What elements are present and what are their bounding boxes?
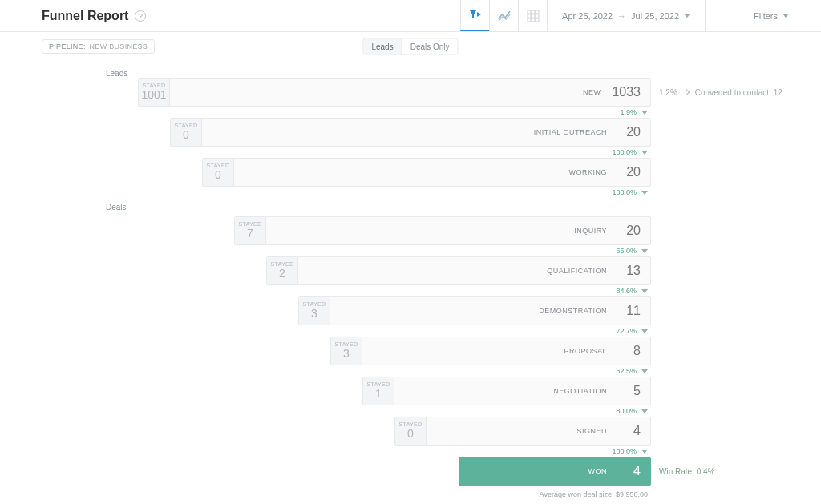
stayed-value: 3 [343, 347, 350, 361]
funnel-stage[interactable]: STAYED1NEGOTIATION5 [42, 377, 779, 405]
stage-name: SIGNED [576, 427, 607, 435]
stayed-box: STAYED1001 [138, 78, 170, 107]
stayed-label: STAYED [207, 163, 230, 168]
funnel-stage[interactable]: STAYED2QUALIFICATION13 [42, 256, 779, 285]
chevron-down-icon [641, 151, 648, 155]
conversion-rate[interactable]: 100.0% [42, 147, 651, 158]
stage-name: INQUIRY [574, 227, 607, 235]
conversion-value: 84.6% [616, 287, 637, 295]
stage-bar[interactable]: DEMONSTRATION11 [330, 296, 651, 325]
conversion-rate[interactable]: 100.0% [42, 446, 651, 457]
stage-count: 13 [618, 264, 641, 278]
stayed-label: STAYED [367, 381, 390, 387]
conversion-rate[interactable]: 80.0% [42, 405, 651, 417]
stage-name: WON [588, 467, 608, 475]
funnel-stage[interactable]: STAYED0SIGNED4 [42, 417, 779, 446]
converted-note[interactable]: 1.2%Converted to contact: 12 [651, 88, 783, 97]
svg-rect-6 [528, 18, 531, 22]
stage-bar[interactable]: WORKING20 [234, 158, 651, 187]
chevron-right-icon [683, 89, 690, 95]
svg-rect-4 [532, 14, 535, 18]
stage-bar[interactable]: NEW1033 [170, 78, 651, 107]
chevron-down-icon [641, 111, 648, 115]
stayed-value: 3 [311, 307, 317, 321]
svg-rect-0 [528, 10, 531, 14]
stage-name: DEMONSTRATION [539, 307, 607, 315]
stage-name: PROPOSAL [564, 347, 607, 355]
funnel-stage[interactable]: STAYED3DEMONSTRATION11 [42, 296, 779, 325]
stayed-value: 1001 [141, 88, 166, 102]
funnel-icon [469, 9, 482, 22]
stage-name: WORKING [569, 168, 608, 176]
funnel-stage[interactable]: STAYED3PROPOSAL8 [42, 337, 779, 365]
stayed-value: 2 [279, 267, 285, 280]
stage-count: 8 [618, 344, 641, 358]
toggle-leads[interactable]: Leads [363, 39, 401, 54]
svg-rect-3 [528, 14, 531, 18]
pipeline-chip-value: NEW BUSINESS [90, 42, 148, 50]
stage-count: 4 [618, 424, 641, 438]
section-label-deals: Deals [106, 203, 779, 212]
win-rate-note: Win Rate: 0.4% [651, 467, 714, 476]
avg-won-deal-size: Average won deal size: $9,950.00 [42, 490, 651, 498]
stayed-box: STAYED3 [298, 296, 330, 325]
svg-rect-8 [536, 18, 539, 22]
date-to: Jul 25, 2022 [631, 11, 679, 21]
toggle-deals-only[interactable]: Deals Only [402, 39, 458, 54]
conversion-rate[interactable]: 84.6% [42, 285, 651, 296]
svg-rect-5 [536, 14, 539, 18]
stage-bar[interactable]: INITIAL OUTREACH20 [202, 118, 651, 147]
stage-name: NEW [583, 88, 601, 96]
stayed-label: STAYED [399, 421, 423, 427]
chevron-down-icon [641, 249, 648, 253]
view-line-button[interactable] [489, 0, 518, 31]
conversion-rate[interactable]: 62.5% [42, 365, 651, 377]
funnel-stage[interactable]: STAYED1001NEW10331.2%Converted to contac… [42, 78, 779, 107]
conversion-rate[interactable]: 65.0% [42, 245, 651, 256]
stayed-box: STAYED2 [266, 256, 298, 285]
chevron-down-icon [641, 450, 648, 454]
view-funnel-button[interactable] [460, 0, 489, 31]
overall-conv-pct: 1.2% [659, 88, 677, 97]
stage-bar[interactable]: SIGNED4 [427, 417, 651, 446]
stayed-label: STAYED [303, 301, 326, 307]
funnel-stage[interactable]: STAYED0WORKING20 [42, 158, 779, 187]
view-grid-button[interactable] [518, 0, 547, 31]
stage-count: 11 [618, 304, 641, 318]
date-range-picker[interactable]: Apr 25, 2022 → Jul 25, 2022 [547, 0, 706, 31]
conversion-rate[interactable]: 1.9% [42, 107, 651, 118]
stage-bar[interactable]: NEGOTIATION5 [394, 377, 651, 405]
funnel-chart: LeadsSTAYED1001NEW10331.2%Converted to c… [0, 61, 821, 504]
chevron-down-icon [684, 14, 690, 18]
stage-count: 5 [618, 384, 641, 398]
conversion-rate[interactable]: 72.7% [42, 325, 651, 337]
conversion-rate[interactable]: 100.0% [42, 187, 651, 198]
arrow-right-icon: → [617, 11, 626, 21]
funnel-stage[interactable]: STAYED7INQUIRY20 [42, 216, 779, 245]
conversion-value: 100.0% [612, 148, 637, 156]
conversion-value: 62.5% [616, 367, 637, 375]
conversion-value: 1.9% [620, 108, 637, 116]
help-icon[interactable]: ? [135, 10, 146, 22]
stage-name: INITIAL OUTREACH [534, 128, 607, 136]
stage-bar[interactable]: PROPOSAL8 [362, 337, 651, 365]
grid-icon [527, 10, 540, 22]
pipeline-chip[interactable]: PIPELINE: NEW BUSINESS [42, 39, 155, 54]
stayed-value: 1 [375, 387, 382, 401]
stage-bar[interactable]: WON4 [459, 457, 651, 486]
funnel-stage[interactable]: STAYED0INITIAL OUTREACH20 [42, 118, 779, 147]
report-header: Funnel Report ? Apr 25, 2022 → Jul 25 [0, 0, 821, 32]
filters-button[interactable]: Filters [706, 0, 821, 31]
stage-bar[interactable]: INQUIRY20 [266, 216, 651, 245]
stage-bar[interactable]: QUALIFICATION13 [298, 256, 651, 285]
stayed-value: 0 [183, 128, 189, 142]
stayed-box: STAYED0 [202, 158, 234, 187]
stayed-box: STAYED3 [330, 337, 362, 365]
report-subheader: PIPELINE: NEW BUSINESS Leads Deals Only [0, 32, 821, 61]
stayed-label: STAYED [175, 123, 198, 128]
stayed-box: STAYED7 [234, 216, 266, 245]
funnel-stage[interactable]: STAYEDWON4Win Rate: 0.4% [42, 457, 779, 486]
chevron-down-icon [641, 191, 648, 195]
chevron-down-icon [641, 369, 648, 373]
stayed-value: 7 [247, 227, 253, 240]
